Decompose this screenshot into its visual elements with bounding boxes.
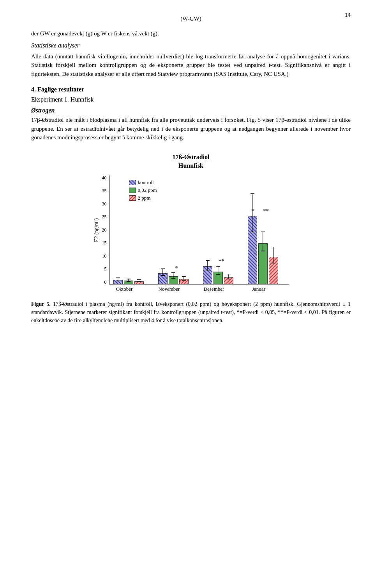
y-tick-20: 20 — [102, 228, 107, 232]
chart-inner: E2 (ng/ml) 0 5 10 15 20 25 30 35 40 — [94, 176, 289, 292]
intro-paragraph: der GW er gonadevekt (g) og W er fiskens… — [31, 29, 351, 38]
legend-2ppm: 2 ppm — [129, 195, 157, 201]
bar-group-november: * — [158, 273, 195, 284]
legend-box-kontroll — [129, 180, 136, 185]
error-cap-top — [216, 266, 220, 267]
section-4-heading: 4. Faglige resultater — [31, 86, 351, 93]
bar-desember-kontroll — [203, 266, 212, 284]
error-bar-up — [173, 273, 174, 276]
bars-row: kontroll 0,02 ppm 2 ppm ****** — [109, 176, 289, 284]
legend-box-002ppm — [129, 188, 136, 193]
x-label-oktober: Oktober — [106, 286, 143, 292]
bar-oktober-2ppm — [134, 281, 144, 284]
error-cap-bottom — [251, 232, 254, 232]
error-cap-bottom — [116, 281, 120, 281]
error-cap-top — [182, 276, 186, 277]
significance-002ppm: ** — [263, 208, 269, 214]
y-tick-5: 5 — [102, 267, 107, 271]
error-cap-top — [261, 232, 265, 232]
figur-label: Figur 5. — [31, 301, 51, 307]
bar-november-002ppm — [169, 276, 178, 284]
y-tick-25: 25 — [102, 214, 107, 219]
x-label-januar: Januar — [240, 286, 277, 292]
error-cap-top — [272, 247, 275, 247]
y-tick-30: 30 — [102, 202, 107, 206]
figur-text: 17ß-Østradiol i plasma (ng/ml) fra kontr… — [31, 301, 351, 323]
y-axis-label: E2 (ng/ml) — [94, 176, 100, 284]
y-tick-40: 40 — [102, 176, 107, 180]
ostrogen-label: Østrogen — [31, 107, 351, 114]
bar-januar-kontroll — [248, 216, 257, 284]
x-label-november: November — [151, 286, 188, 292]
legend-label-002ppm: 0,02 ppm — [138, 187, 157, 193]
x-axis-labels: OktoberNovemberDesemberJanuar — [102, 286, 281, 292]
bar-desember-002ppm — [213, 272, 223, 284]
error-bar-down — [263, 243, 263, 251]
significance-marker: * — [175, 265, 178, 272]
error-cap-bottom — [261, 251, 265, 251]
error-cap-bottom — [171, 278, 175, 279]
error-cap-top — [137, 279, 141, 280]
chart-with-yaxis: 0 5 10 15 20 25 30 35 40 — [102, 176, 289, 284]
error-bar-down — [252, 216, 253, 232]
legend-box-2ppm — [129, 195, 136, 201]
section-title-statistiske: Statistiske analyser — [31, 42, 351, 49]
error-cap-bottom — [272, 263, 275, 264]
error-cap-bottom — [227, 279, 231, 279]
error-bar-up — [263, 232, 263, 243]
error-bar-up — [218, 267, 219, 272]
legend: kontroll 0,02 ppm 2 ppm — [129, 179, 157, 203]
bar-group-desember: ** — [203, 266, 240, 284]
legend-002ppm: 0,02 ppm — [129, 187, 157, 193]
chart-subtitle: Hunnfisk — [178, 162, 203, 169]
y-axis-ticks: 0 5 10 15 20 25 30 35 40 — [102, 176, 107, 284]
figur-caption: Figur 5. 17ß-Østradiol i plasma (ng/ml) … — [31, 300, 351, 325]
x-label-desember: Desember — [196, 286, 233, 292]
chart-container: 17ß-Østradiol Hunnfisk E2 (ng/ml) 0 5 10… — [31, 154, 351, 292]
error-bar-up — [273, 247, 274, 257]
y-tick-10: 10 — [102, 254, 107, 258]
error-cap-bottom — [206, 270, 210, 270]
legend-label-2ppm: 2 ppm — [138, 195, 151, 201]
error-bar-down — [273, 257, 274, 264]
formula-header: (W-GW) — [31, 16, 351, 22]
error-cap-bottom — [161, 275, 165, 276]
main-paragraph-2: 17β-Østradiol ble målt i blodplasma i al… — [31, 116, 351, 142]
main-paragraph-1: Alle data (unntatt hannfisk vitellogenin… — [31, 52, 351, 79]
significance-kontroll: * — [252, 208, 254, 214]
chart-title: 17ß-Østradiol — [172, 154, 209, 161]
bar-oktober-kontroll — [113, 280, 123, 284]
legend-label-kontroll: kontroll — [138, 179, 154, 186]
bar-desember-2ppm — [224, 277, 233, 284]
error-cap-top — [206, 260, 210, 261]
error-cap-top — [251, 193, 254, 194]
error-bar-up — [162, 269, 163, 273]
experiment-label: Eksperiment 1. Hunnfisk — [31, 96, 351, 103]
bar-group-oktober — [113, 280, 150, 284]
chart-area: 0 5 10 15 20 25 30 35 40 — [102, 176, 289, 292]
error-cap-top — [161, 269, 165, 269]
error-cap-top — [171, 272, 175, 273]
legend-kontroll: kontroll — [129, 179, 157, 186]
y-tick-35: 35 — [102, 188, 107, 193]
bar-november-2ppm — [179, 279, 189, 284]
error-bar-up — [207, 261, 208, 266]
page-number: 14 — [345, 12, 351, 18]
bar-group-januar: *** — [248, 216, 285, 284]
error-cap-top — [116, 277, 120, 278]
error-cap-bottom — [182, 280, 186, 281]
error-cap-bottom — [216, 274, 220, 275]
error-cap-top — [227, 274, 231, 275]
bar-januar-002ppm — [258, 243, 268, 284]
error-cap-top — [127, 279, 131, 279]
bar-oktober-002ppm — [124, 281, 133, 284]
significance-marker: ** — [219, 258, 224, 265]
y-tick-15: 15 — [102, 240, 107, 245]
error-cap-bottom — [137, 281, 141, 282]
bar-januar-2ppm — [269, 257, 278, 284]
error-cap-bottom — [127, 281, 131, 282]
bar-november-kontroll — [158, 273, 168, 284]
error-bar-up — [228, 274, 229, 277]
y-tick-0: 0 — [102, 280, 107, 284]
